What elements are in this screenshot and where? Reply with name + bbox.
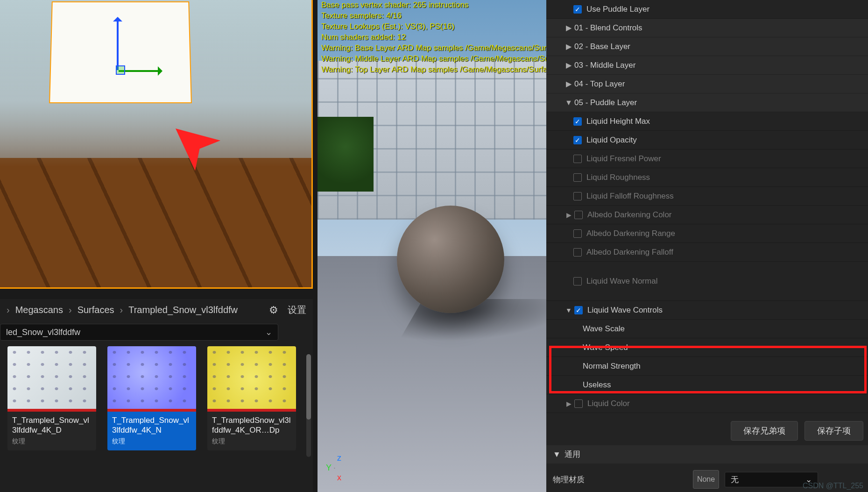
gizmo-x-axis[interactable] (119, 70, 161, 72)
content-browser: › Megascans › Surfaces › Trampled_Snow_v… (0, 299, 313, 492)
expand-icon (563, 99, 574, 107)
path-dropdown[interactable]: led_Snow_vl3lfddfw ⌄ (0, 324, 278, 341)
param-row-liquid-height-max: ✓Liquid Height Max (546, 112, 868, 131)
asset-type: 纹理 (107, 436, 196, 450)
expand-icon (563, 79, 574, 88)
gizmo-z-axis[interactable] (117, 19, 119, 70)
expand-icon[interactable]: ▶ (563, 211, 574, 219)
asset-name: T_TrampledSnow_vl3lfddfw_4K_OR…Dp (207, 412, 296, 436)
param-label: Liquid Roughness (586, 173, 650, 182)
asset-type: 纹理 (207, 436, 296, 450)
selected-cube-actor[interactable] (49, 1, 192, 103)
transform-gizmo[interactable] (103, 9, 140, 89)
asset-thumbnail-none[interactable]: None (693, 470, 719, 489)
checkbox[interactable]: ✓ (573, 5, 582, 14)
section-header[interactable]: ▼通用 (546, 445, 868, 463)
preview-sphere[interactable] (397, 206, 504, 313)
asset-tile[interactable]: T_TrampledSnow_vl3lfddfw_4K_OR…Dp 纹理 (207, 346, 296, 450)
axis-gizmo: z Y · x (326, 453, 341, 483)
asset-tile[interactable]: T_Trampled_Snow_vl3lfddfw_4K_N 纹理 (107, 346, 196, 450)
level-viewport[interactable]: ➤ (0, 0, 313, 289)
checkbox[interactable] (573, 192, 582, 200)
param-label: Liquid Fresnel Power (586, 154, 661, 164)
breadcrumb-item[interactable]: Trampled_Snow_vl3lfddfw (128, 305, 238, 315)
param-label: 物理材质 (553, 474, 693, 485)
param-label: Albedo Darkening Range (586, 229, 675, 238)
scrollbar[interactable] (306, 354, 311, 457)
footer-buttons: 保存兄弟项 保存子项 (726, 416, 868, 445)
breadcrumb-item[interactable]: Megascans (15, 305, 63, 315)
gizmo-xy-plane[interactable] (116, 65, 125, 75)
asset-grid: T_Trampled_Snow_vl3lfddfw_4K_D 纹理 T_Tram… (0, 346, 313, 450)
checkbox[interactable] (573, 155, 582, 163)
expand-icon (563, 61, 574, 70)
category-middle-layer[interactable]: 03 - Middle Layer (546, 56, 868, 75)
puddle-surface (0, 0, 311, 167)
section-header-label: 通用 (565, 449, 580, 460)
param-row-albedo-darkening-color: ▶Albedo Darkening Color (546, 206, 868, 224)
param-row-liquid-wave-controls: ▼✓Liquid Wave Controls (546, 301, 868, 320)
param-label: Albedo Darkening Color (587, 210, 672, 220)
watermark: CSDN @TTL_255 (803, 482, 863, 490)
param-row-liquid-roughness: Liquid Roughness (546, 168, 868, 187)
axis-y-label: Y (326, 463, 332, 473)
param-label: Useless (583, 380, 611, 390)
checkbox[interactable]: ✓ (573, 136, 582, 144)
checkbox[interactable] (574, 399, 583, 408)
param-row-liquid-fresnel-power: Liquid Fresnel Power (546, 150, 868, 168)
param-label: Liquid Opacity (586, 135, 637, 145)
param-row-albedo-darkening-range: Albedo Darkening Range (546, 224, 868, 243)
checkbox[interactable]: ✓ (573, 117, 582, 126)
preview-tree (318, 117, 374, 192)
param-label: Liquid Wave Normal (586, 277, 657, 286)
category-puddle-layer[interactable]: 05 - Puddle Layer (546, 93, 868, 112)
param-row-liquid-falloff-roughness: Liquid Falloff Roughness (546, 187, 868, 206)
param-row-useless: Useless (546, 376, 868, 394)
param-label: Liquid Falloff Roughness (586, 192, 674, 201)
floor-surface (0, 158, 311, 287)
param-row-wave-speed: Wave Speed (546, 338, 868, 357)
dropdown-text: 无 (731, 474, 739, 485)
category-base-layer[interactable]: 02 - Base Layer (546, 37, 868, 56)
asset-tile[interactable]: T_Trampled_Snow_vl3lfddfw_4K_D 纹理 (7, 346, 96, 450)
asset-name: T_Trampled_Snow_vl3lfddfw_4K_D (7, 412, 96, 436)
scrollbar-thumb[interactable] (306, 354, 311, 420)
checkbox[interactable]: ✓ (574, 306, 583, 314)
asset-thumbnail (207, 346, 296, 412)
breadcrumb: › Megascans › Surfaces › Trampled_Snow_v… (0, 299, 313, 321)
settings-label[interactable]: 设置 (288, 304, 306, 316)
chevron-down-icon: ⌄ (265, 327, 272, 337)
save-sibling-button[interactable]: 保存兄弟项 (731, 421, 798, 441)
expand-icon: ▼ (553, 450, 561, 459)
asset-type: 纹理 (7, 436, 96, 450)
param-row-liquid-opacity: ✓Liquid Opacity (546, 131, 868, 150)
param-label: Liquid Wave Controls (587, 306, 663, 315)
expand-icon[interactable]: ▶ (563, 400, 574, 407)
param-label: Albedo Darkening Falloff (586, 248, 673, 257)
category-top-layer[interactable]: 04 - Top Layer (546, 75, 868, 93)
annotation-arrow: ➤ (153, 105, 231, 185)
save-child-button[interactable]: 保存子项 (804, 421, 863, 441)
material-preview-viewport[interactable]: Base pass vertex shader: 265 instruction… (318, 0, 546, 492)
checkbox[interactable] (573, 229, 582, 238)
category-blend-controls[interactable]: 01 - Blend Controls (546, 19, 868, 37)
breadcrumb-sep: › (7, 305, 10, 315)
checkbox[interactable] (573, 277, 582, 285)
expand-icon[interactable]: ▼ (563, 307, 574, 314)
category-label: 04 - Top Layer (574, 79, 625, 89)
param-row-normal-strength: Normal Strength (546, 357, 868, 376)
param-label: Wave Scale (583, 324, 625, 334)
category-label: 02 - Base Layer (574, 42, 630, 51)
checkbox[interactable] (574, 211, 583, 219)
checkbox[interactable] (573, 248, 582, 257)
param-row-liquid-wave-normal: Liquid Wave Normal T_Base_Tile_Normal⌄ ↺… (546, 262, 868, 301)
param-row-wave-scale: Wave Scale (546, 320, 868, 338)
breadcrumb-sep: › (120, 305, 123, 315)
param-row-albedo-darkening-falloff: Albedo Darkening Falloff (546, 243, 868, 262)
category-label: 01 - Blend Controls (574, 23, 642, 33)
param-label: Liquid Height Max (586, 117, 650, 126)
param-row-use-puddle-layer: ✓ Use Puddle Layer ✓ (546, 0, 868, 19)
breadcrumb-item[interactable]: Surfaces (78, 305, 114, 315)
gear-icon[interactable]: ⚙ (269, 304, 278, 316)
checkbox[interactable] (573, 173, 582, 182)
